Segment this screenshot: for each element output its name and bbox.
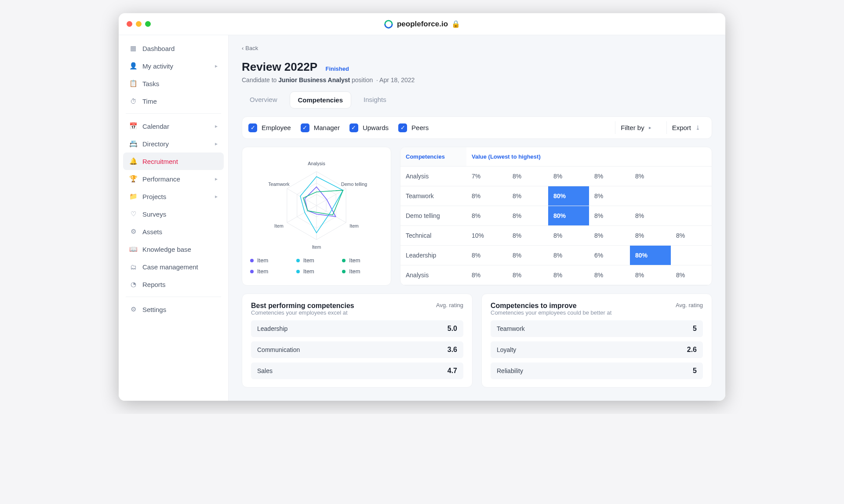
directory-icon: 📇	[129, 140, 137, 148]
row-name: Teamwork	[400, 186, 466, 206]
sidebar-item-tasks[interactable]: 📋Tasks	[123, 75, 224, 92]
svg-text:Demo telling: Demo telling	[341, 181, 367, 187]
table-cell: 8%	[507, 206, 548, 225]
filter-check-employee[interactable]: ✓Employee	[248, 123, 291, 132]
main-content: ‹ Back Review 2022P Finished Candidate t…	[229, 35, 725, 401]
table-header-value: Value (Lowest to highest)	[466, 147, 712, 166]
legend-dot-icon	[296, 259, 300, 262]
filter-toolbar: ✓Employee✓Manager✓Upwards✓PeersFilter by…	[242, 116, 712, 139]
close-icon[interactable]	[127, 21, 132, 27]
sidebar-item-label: Time	[142, 98, 157, 105]
sidebar-item-dashboard[interactable]: ▦Dashboard	[123, 40, 224, 57]
row-name: Leadership	[400, 246, 466, 265]
sidebar-item-my-activity[interactable]: 👤My activity▸	[123, 57, 224, 75]
sidebar-item-assets[interactable]: ⚙Assets	[123, 223, 224, 240]
back-button[interactable]: ‹ Back	[242, 42, 712, 54]
titlebar: peopleforce.io 🔒	[119, 13, 725, 35]
table-cell: 8%	[589, 265, 630, 285]
list-item: Reliability5	[491, 363, 703, 379]
row-name: Analysis	[400, 167, 466, 186]
sidebar-item-knowledge-base[interactable]: 📖Knowledge base	[123, 240, 224, 258]
case-icon: 🗂	[129, 263, 137, 271]
page-title: Review 2022P	[242, 60, 317, 74]
table-header-competencies: Competencies	[400, 147, 466, 166]
svg-text:Item: Item	[349, 223, 359, 228]
radar-chart: AnalysisDemo tellingItemItemItemTeamwork	[248, 155, 385, 252]
legend-item: Item	[250, 257, 291, 264]
row-name: Technical	[400, 226, 466, 245]
sidebar-item-time[interactable]: ⏱Time	[123, 92, 224, 110]
tab-overview[interactable]: Overview	[242, 91, 285, 109]
sidebar-item-label: Case management	[142, 263, 198, 271]
sidebar-item-calendar[interactable]: 📅Calendar▸	[123, 117, 224, 135]
sidebar-item-directory[interactable]: 📇Directory▸	[123, 135, 224, 152]
svg-text:Item: Item	[274, 223, 284, 228]
sidebar-item-performance[interactable]: 🏆Performance▸	[123, 170, 224, 188]
improve-competencies-panel: Competencies to improve Avg. rating Come…	[481, 294, 712, 388]
export-button[interactable]: Export⤓	[666, 121, 706, 134]
chevron-right-icon: ▸	[215, 176, 218, 182]
chart-legend: ItemItemItemItemItemItem	[248, 257, 385, 275]
sidebar-item-label: Projects	[142, 193, 166, 200]
list-item: Communication3.6	[251, 341, 463, 358]
checkbox-icon: ✓	[398, 123, 407, 132]
trophy-icon: 🏆	[129, 175, 137, 183]
folder-icon: 📁	[129, 192, 137, 200]
filter-by-button[interactable]: Filter by▸	[615, 121, 656, 134]
row-name: Demo telling	[400, 206, 466, 225]
table-cell: 8%	[507, 265, 548, 285]
minimize-icon[interactable]	[136, 21, 142, 27]
site-name: peopleforce.io	[397, 20, 448, 29]
competencies-table: CompetenciesValue (Lowest to highest)Ana…	[400, 147, 712, 286]
table-cell: 8%	[548, 226, 589, 245]
filter-check-manager[interactable]: ✓Manager	[301, 123, 340, 132]
app-window: peopleforce.io 🔒 ▦Dashboard👤My activity▸…	[119, 13, 725, 401]
sidebar-item-label: Surveys	[142, 210, 166, 218]
table-row: Teamwork8%8%80%8%	[400, 186, 712, 206]
row-name: Analysis	[400, 265, 466, 285]
table-cell: 8%	[507, 167, 548, 186]
clipboard-icon: 📋	[129, 80, 137, 87]
table-cell: 8%	[630, 206, 671, 225]
legend-item: Item	[342, 257, 383, 264]
table-cell	[671, 186, 712, 206]
filter-check-peers[interactable]: ✓Peers	[398, 123, 429, 132]
table-cell: 8%	[466, 265, 507, 285]
table-cell: 8%	[589, 186, 630, 206]
filter-check-upwards[interactable]: ✓Upwards	[349, 123, 389, 132]
table-cell: 8%	[671, 265, 712, 285]
address-bar: peopleforce.io 🔒	[384, 19, 460, 29]
chevron-right-icon: ▸	[215, 193, 218, 199]
sidebar-item-label: Dashboard	[142, 45, 175, 52]
page-date: Apr 18, 2022	[379, 76, 415, 83]
sidebar-item-settings[interactable]: ⚙Settings	[123, 301, 224, 318]
gear-icon: ⚙	[129, 305, 137, 313]
table-row: Technical10%8%8%8%8%8%	[400, 226, 712, 246]
legend-item: Item	[296, 257, 337, 264]
legend-dot-icon	[342, 259, 346, 262]
checkbox-icon: ✓	[301, 123, 309, 132]
table-cell: 8%	[630, 167, 671, 186]
heart-icon: ♡	[129, 210, 137, 218]
legend-item: Item	[296, 268, 337, 275]
window-controls	[127, 21, 151, 27]
tab-insights[interactable]: Insights	[356, 91, 394, 109]
list-item: Leadership5.0	[251, 320, 463, 337]
table-row: Leadership8%8%8%6%80%	[400, 246, 712, 265]
table-cell: 8%	[548, 265, 589, 285]
sidebar-item-case-management[interactable]: 🗂Case management	[123, 258, 224, 276]
tab-competencies[interactable]: Competencies	[290, 91, 352, 109]
sidebar-item-label: Tasks	[142, 80, 159, 87]
sidebar-item-reports[interactable]: ◔Reports	[123, 276, 224, 293]
grid-icon: ▦	[129, 44, 137, 52]
sidebar-item-recruitment[interactable]: 🔔Recruitment	[123, 152, 224, 170]
maximize-icon[interactable]	[145, 21, 151, 27]
list-item: Loyalty2.6	[491, 341, 703, 358]
chevron-right-icon: ▸	[215, 141, 218, 147]
sidebar: ▦Dashboard👤My activity▸📋Tasks⏱Time📅Calen…	[119, 35, 229, 401]
status-badge: Finished	[325, 65, 349, 72]
table-cell: 8%	[466, 206, 507, 225]
sidebar-item-projects[interactable]: 📁Projects▸	[123, 188, 224, 205]
sidebar-item-surveys[interactable]: ♡Surveys	[123, 205, 224, 223]
logo-icon	[384, 19, 393, 29]
